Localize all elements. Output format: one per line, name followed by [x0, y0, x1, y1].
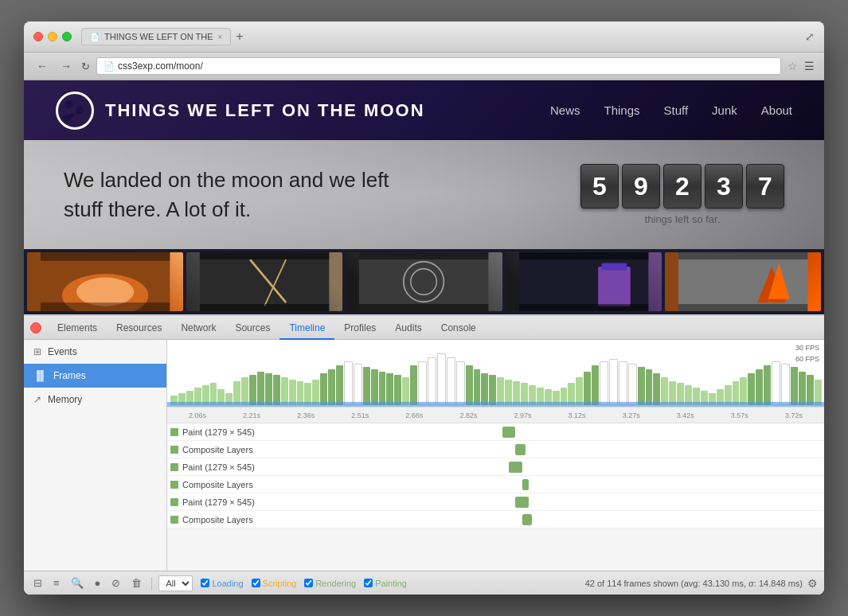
fps-bar-38	[481, 373, 488, 405]
settings-button[interactable]: ⚙	[807, 577, 818, 590]
tab-audits[interactable]: Audits	[385, 316, 431, 340]
flip-counter: 5 9 2 3 7	[580, 164, 784, 209]
nav-link-stuff[interactable]: Stuff	[664, 103, 689, 117]
minimize-button[interactable]	[48, 32, 57, 41]
counter-label: things left so far.	[645, 213, 721, 225]
url-box[interactable]: 📄 css3exp.com/moon/	[96, 57, 781, 75]
nav-link-things[interactable]: Things	[604, 103, 639, 117]
sidebar-item-events[interactable]: ⊞ Events	[24, 340, 166, 364]
svg-point-0	[68, 101, 73, 107]
svg-point-1	[78, 105, 82, 109]
thumbnail-5[interactable]	[665, 252, 821, 311]
fps-bar-33	[437, 353, 446, 405]
fps-bar-59	[653, 373, 660, 405]
back-button[interactable]: ←	[33, 58, 51, 74]
close-button[interactable]	[33, 32, 43, 41]
fps-bar-75	[781, 364, 790, 405]
svg-rect-27	[678, 304, 807, 311]
fps-bar-35	[456, 361, 465, 405]
sidebar-item-events-label: Events	[48, 346, 77, 357]
tab-resources[interactable]: Resources	[107, 316, 171, 340]
fps-bar-60	[661, 377, 668, 405]
clear-button[interactable]: ≡	[50, 575, 63, 591]
fps-bar-54	[609, 359, 618, 405]
tab-bar: 📄 THINGS WE LEFT ON THE × + ⤢	[81, 28, 815, 45]
nav-link-news[interactable]: News	[550, 103, 580, 117]
sidebar-item-frames[interactable]: ▐▌ Frames	[24, 364, 166, 388]
digit-1: 5	[580, 164, 619, 209]
fps-bar-23	[354, 364, 362, 405]
browser-menu-button[interactable]: ☰	[804, 60, 815, 72]
tab-elements[interactable]: Elements	[48, 316, 107, 340]
scripting-checkbox[interactable]: Scripting	[252, 579, 297, 588]
refresh-button[interactable]: ↻	[81, 60, 90, 72]
fps-bar-21	[336, 365, 343, 405]
row-color-2	[170, 446, 178, 454]
fps-chart: 30 FPS 60 FPS	[167, 340, 824, 407]
forward-button[interactable]: →	[57, 58, 75, 74]
tab-sources[interactable]: Sources	[225, 316, 279, 340]
fps-bar-34	[447, 357, 455, 405]
bookmark-button[interactable]: ☆	[787, 60, 798, 72]
tab-network[interactable]: Network	[171, 316, 225, 340]
thumbnail-1[interactable]	[27, 252, 183, 311]
fps-bar-77	[799, 372, 806, 405]
fps-bar-26	[379, 372, 386, 405]
svg-rect-26	[678, 252, 807, 259]
scripting-checkbox-input[interactable]	[252, 579, 260, 587]
thumbnail-4[interactable]	[506, 252, 662, 311]
trash-button[interactable]: 🗑	[128, 575, 145, 591]
time-mark-10: 3.42s	[658, 411, 713, 419]
tab-title: THINGS WE LEFT ON THE	[104, 32, 213, 41]
new-tab-button[interactable]: +	[231, 28, 248, 45]
tab-close-button[interactable]: ×	[218, 33, 223, 41]
events-icon: ⊞	[33, 346, 41, 357]
tab-profiles[interactable]: Profiles	[334, 316, 385, 340]
site-title: THINGS WE LEFT ON THE MOON	[105, 100, 425, 121]
painting-checkbox[interactable]: Painting	[364, 579, 407, 588]
tab-console[interactable]: Console	[432, 316, 486, 340]
fps-bar-9	[241, 377, 248, 405]
devtools-close-button[interactable]	[30, 322, 41, 333]
thumbnail-2[interactable]	[186, 252, 342, 311]
thumbnail-3[interactable]	[346, 252, 502, 311]
fps-bar-55	[619, 361, 627, 405]
row-label-6: Composite Layers	[182, 515, 253, 524]
nav-link-about[interactable]: About	[761, 103, 792, 117]
svg-point-5	[76, 278, 134, 306]
svg-rect-19	[598, 267, 631, 306]
loading-checkbox[interactable]: Loading	[201, 579, 243, 588]
time-mark-11: 3.57s	[713, 411, 767, 419]
record-dot-button[interactable]: ●	[92, 575, 104, 591]
filter-select[interactable]: All	[158, 575, 193, 591]
expand-button[interactable]: ⤢	[805, 30, 815, 43]
fps-bar-14	[281, 377, 288, 405]
browser-window: 📄 THINGS WE LEFT ON THE × + ⤢ ← → ↻ 📄 cs…	[24, 21, 824, 595]
browser-tab[interactable]: 📄 THINGS WE LEFT ON THE ×	[81, 28, 231, 45]
moon-icon	[56, 92, 94, 130]
rendering-checkbox[interactable]: Rendering	[304, 579, 356, 588]
stop-button[interactable]: ⊘	[108, 575, 123, 591]
time-mark-1: 2.06s	[170, 411, 225, 419]
digit-4: 3	[705, 164, 743, 209]
svg-rect-23	[678, 252, 807, 311]
traffic-lights	[33, 32, 72, 41]
time-mark-12: 3.72s	[767, 411, 821, 419]
row-label-2: Composite Layers	[182, 445, 253, 454]
scroll-indicator[interactable]	[167, 402, 824, 407]
tab-timeline[interactable]: Timeline	[279, 316, 334, 340]
search-button[interactable]: 🔍	[68, 575, 87, 591]
fps-bars	[167, 340, 824, 407]
rendering-checkbox-input[interactable]	[304, 579, 313, 587]
maximize-button[interactable]	[62, 32, 72, 41]
nav-link-junk[interactable]: Junk	[712, 103, 737, 117]
sidebar-item-memory[interactable]: ↗ Memory	[24, 388, 166, 411]
fps-bar-73	[764, 365, 771, 405]
record-button[interactable]: ⊟	[30, 575, 45, 591]
frames-stats: 42 of 114 frames shown (avg: 43.130 ms, …	[585, 579, 803, 588]
time-mark-2: 2.21s	[225, 411, 279, 419]
loading-checkbox-input[interactable]	[201, 579, 209, 587]
devtools-main: 30 FPS 60 FPS 2.06s 2.21s 2.36s 2.51s 2.…	[167, 340, 824, 571]
painting-checkbox-input[interactable]	[364, 579, 373, 587]
row-label-3: Paint (1279 × 545)	[182, 462, 255, 472]
